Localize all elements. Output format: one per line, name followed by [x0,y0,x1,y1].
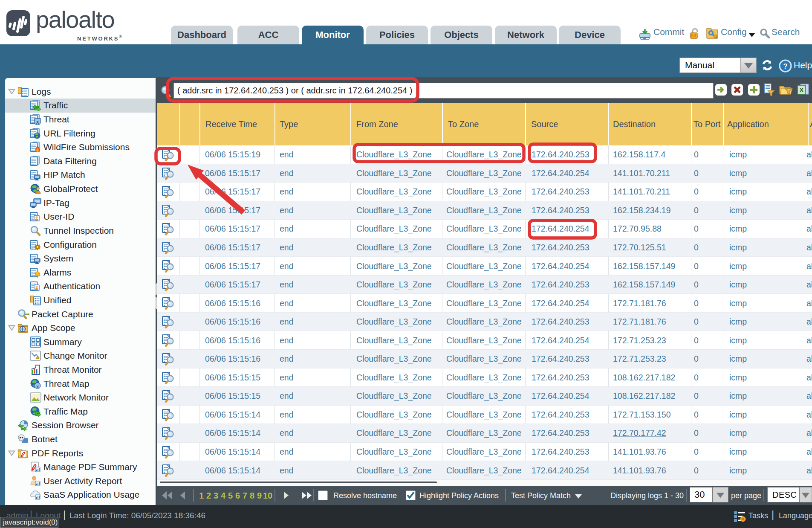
svg-text:x: x [36,119,39,125]
svg-text:X: X [800,87,804,93]
svg-text:?: ? [783,62,787,70]
svg-text:x: x [36,383,39,389]
